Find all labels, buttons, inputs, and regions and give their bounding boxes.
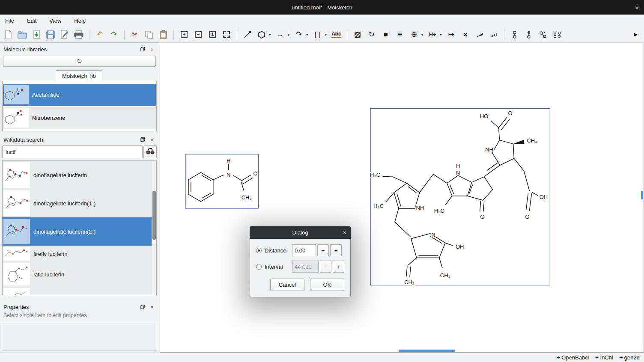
properties-float-icon[interactable] [139,303,146,310]
refresh-libraries-button[interactable]: ↻ [3,56,156,67]
ring-tool-icon[interactable] [257,29,266,40]
hydrogen-tool-icon[interactable]: H+ [428,29,437,40]
list-item-dinoflagellate-luciferin-1[interactable]: dinoflagellate luciferin(1-) [3,189,152,218]
tab-molsketch-lib[interactable]: Molsketch_lib [56,70,102,81]
ok-button[interactable]: OK [310,279,344,291]
menu-view[interactable]: View [48,17,62,25]
distance-decrement-button[interactable]: − [317,244,329,256]
wikidata-scrollbar[interactable] [152,161,156,295]
list-item-dinoflagellate-luciferin-2[interactable]: dinoflagellate luciferin(2-) [3,217,152,246]
list-item-latia-luciferin[interactable]: latia luciferin [3,262,152,287]
atom-label: H₃C [373,203,384,209]
cancel-button[interactable]: Cancel [270,279,304,291]
zoom-fit-icon[interactable] [222,29,231,40]
canvas-hscrollbar-thumb[interactable] [399,350,455,352]
wedge-solid-icon[interactable] [475,29,484,40]
hydrogen-tool-caret[interactable]: ▾ [440,33,442,37]
import-molecule-icon[interactable] [32,29,41,40]
libraries-close-icon[interactable]: × [149,46,155,53]
wikidata-search-button[interactable] [143,145,157,158]
cut-icon[interactable]: ✂ [130,29,140,40]
molecule-acetanilide[interactable]: H N O CH₃ [188,157,258,202]
mechanism-arrow-icon[interactable]: ↷ [294,29,304,40]
zoom-reset-icon[interactable]: 1 [208,29,217,40]
distance-value-field[interactable]: 0.00 [292,244,316,256]
interval-decrement-button[interactable]: − [320,261,331,273]
group-search-icon[interactable] [538,29,548,40]
properties-close-icon[interactable]: × [149,303,155,310]
atom-label: OH [456,243,464,250]
rotate-icon[interactable]: ↻ [367,29,376,40]
hatch-select-icon[interactable]: ▨ [353,29,362,40]
scrollbar-thumb[interactable] [152,191,156,240]
reaction-arrow-caret[interactable]: ▾ [288,33,290,37]
molecule-thumbnail [3,219,30,244]
wikidata-search-input[interactable]: lucif [2,145,143,158]
copy-icon[interactable] [144,29,154,40]
wikidata-float-icon[interactable] [139,136,146,143]
properties-panel-header: Properties × [0,302,159,312]
list-item-label: dinoflagellate luciferin(1-) [33,200,95,207]
dialog-close-button[interactable]: × [343,229,346,236]
zoom-in-icon[interactable]: + [179,29,189,40]
menu-help[interactable]: Help [73,17,86,25]
bracket-tool-caret[interactable]: ▾ [325,33,327,37]
list-item-partial[interactable] [3,287,152,295]
properties-hint: Select single item to edit properties [3,312,87,318]
list-item-firefly-luciferin[interactable]: firefly luciferin [3,246,152,262]
toolbar-separator [173,30,174,39]
list-item-dinoflagellate-luciferin[interactable]: dinoflagellate luciferin [3,161,152,190]
draw-bond-icon[interactable] [243,29,252,40]
atom-label: O [525,214,529,220]
list-item-nitrobenzene[interactable]: Nitrobenzene [3,107,156,129]
drawing-canvas[interactable]: H N O CH₃ [160,43,644,353]
menu-file[interactable]: File [4,17,15,25]
open-folder-icon[interactable] [18,29,27,40]
save-floppy-icon[interactable] [46,29,55,40]
bracket-tool-icon[interactable]: [ ] [313,29,322,40]
line-width-icon[interactable]: ≡ [395,29,405,40]
interval-radio[interactable] [256,264,262,270]
list-item-acetanilide[interactable]: Acetanilide [3,84,156,106]
wedge-hash-icon[interactable] [489,29,498,40]
menu-edit[interactable]: Edit [26,17,37,25]
wikidata-panel-header: Wikidata search × [0,135,159,144]
molecule-luciferin[interactable]: HO O NH CH₃ H N H₃C H₃C NH H₃C O OH O N … [370,110,548,286]
toolbar-overflow-button[interactable]: ▶ [631,29,641,40]
redo-icon[interactable]: ↷ [109,29,119,40]
edit-document-icon[interactable] [60,29,69,40]
group-link-icon[interactable] [552,29,562,40]
print-icon[interactable] [74,29,83,40]
color-picker-icon[interactable]: ■ [381,29,391,40]
delete-tool-icon[interactable]: × [461,29,470,40]
interval-value-field[interactable]: 447.90 [292,261,319,273]
interval-increment-button[interactable]: + [333,261,344,273]
libraries-float-icon[interactable] [139,46,146,53]
zoom-out-icon[interactable]: − [194,29,203,40]
ring-tool-caret[interactable]: ▾ [269,33,271,37]
distance-radio[interactable] [256,248,262,253]
atom-label: CH₃ [440,272,450,279]
paste-icon[interactable] [158,29,168,40]
dialog-title-bar[interactable]: Dialog × [250,226,351,239]
selection-box-luciferin[interactable] [370,109,550,285]
reaction-arrow-icon[interactable]: → [276,29,285,40]
canvas-vscrollbar-thumb[interactable] [641,191,643,199]
group-atom-icon[interactable] [524,29,534,40]
molecule-scene[interactable]: H N O CH₃ [160,43,644,352]
connect-tool-icon[interactable]: ↦ [447,29,456,40]
charge-tool-caret[interactable]: ▾ [421,33,423,37]
wikidata-close-icon[interactable]: × [149,136,155,143]
wikidata-results-list: dinoflagellate luciferin dinoflagellate … [2,160,157,295]
new-file-icon[interactable] [3,29,13,40]
mechanism-arrow-caret[interactable]: ▾ [306,33,308,37]
charge-tool-icon[interactable]: ⊕ [409,29,419,40]
undo-icon[interactable]: ↶ [95,29,104,40]
window-close-button[interactable]: × [635,0,639,15]
group-ring-icon[interactable] [510,29,519,40]
atom-label: O [508,110,513,116]
toolbar-separator [504,30,504,39]
wikidata-panel-title: Wikidata search [3,136,43,143]
distance-increment-button[interactable]: + [330,244,342,256]
text-tool-icon[interactable]: Abc [331,29,341,40]
